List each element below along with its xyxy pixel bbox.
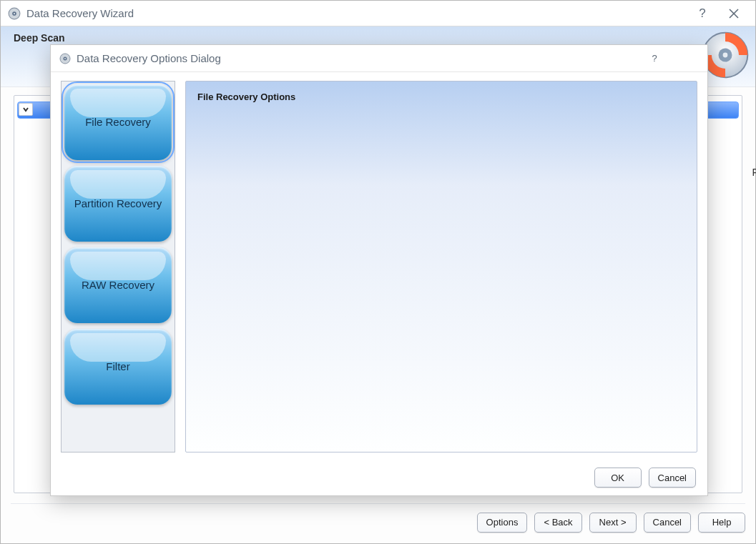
back-button[interactable]: < Back: [534, 513, 581, 533]
tab-filter-label: Filter: [106, 360, 129, 374]
tab-raw-recovery[interactable]: RAW Recovery: [64, 247, 172, 323]
help-button[interactable]: Help: [698, 513, 745, 533]
tree-expand-button[interactable]: [19, 103, 33, 116]
tab-filter[interactable]: Filter: [64, 329, 172, 405]
wizard-step-title: Deep Scan: [14, 32, 742, 44]
next-button[interactable]: Next >: [589, 513, 637, 533]
lifebuoy-cd-icon: [701, 31, 750, 79]
dialog-cancel-button[interactable]: Cancel: [649, 468, 696, 488]
app-icon: [8, 7, 21, 20]
tab-file-recovery-label: File Recovery: [85, 116, 151, 129]
wizard-close-button[interactable]: [718, 1, 750, 26]
tab-partition-recovery-label: Partition Recovery: [74, 197, 162, 211]
svg-line-12: [672, 45, 699, 72]
options-dialog: Data Recovery Options Dialog ? File Reco…: [50, 44, 708, 496]
tab-file-recovery[interactable]: File Recovery: [64, 84, 172, 160]
edge-fragment-label: F: [752, 167, 756, 178]
dialog-titlebar: Data Recovery Options Dialog ?: [51, 45, 707, 72]
dialog-content-panel: File Recovery Options: [185, 81, 697, 452]
wizard-footer: Options < Back Next > Cancel Help: [11, 503, 745, 533]
dialog-title: Data Recovery Options Dialog: [77, 52, 639, 64]
options-button[interactable]: Options: [477, 513, 528, 533]
dialog-close-button[interactable]: [670, 45, 702, 71]
wizard-cancel-button[interactable]: Cancel: [644, 513, 691, 533]
dialog-body: File Recovery Partition Recovery RAW Rec…: [51, 72, 707, 460]
svg-line-11: [672, 45, 699, 72]
dialog-footer: OK Cancel: [51, 460, 707, 495]
wizard-title: Data Recovery Wizard: [26, 7, 687, 19]
tab-raw-recovery-label: RAW Recovery: [82, 279, 154, 292]
wizard-titlebar: Data Recovery Wizard ?: [1, 1, 755, 26]
content-heading: File Recovery Options: [197, 92, 685, 102]
wizard-help-button[interactable]: ?: [687, 1, 718, 26]
svg-point-2: [14, 12, 15, 14]
dialog-help-button[interactable]: ?: [639, 45, 670, 71]
tab-partition-recovery[interactable]: Partition Recovery: [64, 166, 172, 242]
svg-point-7: [723, 53, 728, 58]
dialog-sidebar: File Recovery Partition Recovery RAW Rec…: [61, 81, 175, 452]
svg-point-10: [64, 58, 66, 59]
dialog-icon: [59, 53, 71, 64]
ok-button[interactable]: OK: [594, 468, 642, 488]
